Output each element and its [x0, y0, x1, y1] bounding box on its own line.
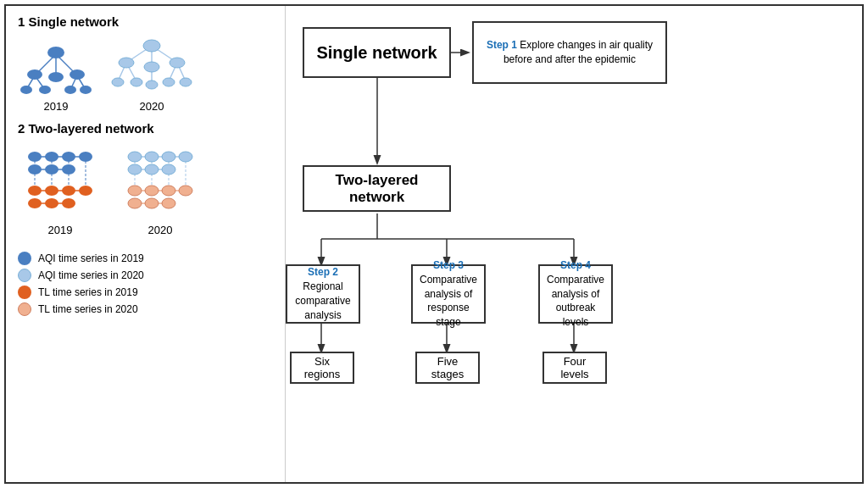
svg-point-80 — [162, 164, 175, 175]
year-2019-label: 2019 — [44, 100, 69, 113]
legend-color-4 — [18, 302, 31, 316]
step1-content: Step 1 Explore changes in air quality be… — [482, 38, 657, 67]
svg-point-23 — [143, 40, 160, 52]
svg-point-14 — [80, 86, 92, 94]
svg-point-85 — [128, 198, 142, 208]
step2-content: Step 2 Regional comparative analysis — [295, 265, 350, 322]
single-network-box: Single network — [303, 27, 451, 78]
svg-point-13 — [64, 86, 76, 94]
svg-point-47 — [45, 152, 58, 162]
svg-point-12 — [39, 86, 51, 94]
svg-point-86 — [145, 198, 159, 208]
single-network-2019-svg — [18, 37, 94, 97]
svg-point-84 — [179, 186, 192, 196]
svg-point-46 — [28, 152, 42, 162]
svg-point-78 — [128, 164, 142, 175]
legend-item-2: AQI time series in 2020 — [18, 269, 273, 282]
step3-label: Step 3 — [433, 259, 464, 271]
result2-label: Five stages — [426, 355, 470, 380]
two-layer-2019: 2019 — [18, 144, 103, 236]
legend-label-1: AQI time series in 2019 — [38, 252, 144, 264]
legend-label-3: TL time series in 2019 — [38, 286, 138, 298]
step4-box: Step 4 Comparative analysis of outbreak … — [538, 264, 613, 324]
svg-point-79 — [145, 164, 159, 175]
single-2020: 2020 — [109, 37, 194, 113]
legend-item-3: TL time series in 2019 — [18, 286, 273, 299]
svg-point-81 — [128, 186, 142, 196]
svg-point-75 — [145, 152, 159, 162]
two-layer-2020: 2020 — [118, 144, 203, 236]
svg-point-10 — [70, 69, 85, 80]
svg-point-51 — [45, 164, 58, 175]
svg-point-87 — [162, 198, 175, 208]
single-network-label: Single network — [316, 43, 437, 63]
two-layered-box: Two-layered network — [303, 165, 451, 212]
result1-box: Six regions — [290, 352, 354, 384]
legend-color-1 — [18, 252, 31, 265]
step2-text: Regional comparative analysis — [295, 280, 350, 321]
result3-label: Four levels — [553, 355, 597, 380]
svg-point-9 — [48, 72, 64, 82]
svg-point-27 — [112, 78, 124, 86]
step2-label: Step 2 — [308, 266, 338, 278]
svg-point-50 — [28, 164, 42, 175]
svg-point-77 — [179, 152, 192, 162]
section2-title: 2 Two-layered network — [18, 121, 273, 136]
svg-point-29 — [146, 80, 158, 89]
result1-label: Six regions — [300, 355, 344, 380]
legend-item-1: AQI time series in 2019 — [18, 252, 273, 265]
legend-label-4: TL time series in 2020 — [38, 303, 138, 315]
svg-point-54 — [45, 186, 58, 196]
legend: AQI time series in 2019 AQI time series … — [18, 252, 273, 316]
svg-point-57 — [28, 198, 42, 208]
svg-point-52 — [62, 164, 75, 175]
svg-point-76 — [162, 152, 175, 162]
svg-point-30 — [163, 78, 175, 86]
two-layer-2020-label: 2020 — [148, 224, 173, 236]
step4-content: Step 4 Comparative analysis of outbreak … — [547, 258, 604, 330]
legend-label-2: AQI time series in 2020 — [38, 269, 144, 281]
step3-content: Step 3 Comparative analysis of response … — [420, 258, 477, 330]
result3-box: Four levels — [542, 352, 607, 384]
svg-point-59 — [62, 198, 75, 208]
left-panel: 1 Single network — [6, 6, 286, 482]
right-panel: Single network Step 1 Explore changes in… — [286, 6, 862, 482]
two-layer-network-row: 2019 — [18, 144, 273, 236]
step2-box: Step 2 Regional comparative analysis — [286, 264, 360, 324]
single-network-row: 2019 — [18, 37, 273, 113]
step3-text: Comparative analysis of response stage — [420, 274, 477, 328]
step4-label: Step 4 — [560, 259, 591, 271]
svg-point-31 — [180, 78, 192, 86]
svg-point-74 — [128, 152, 142, 162]
step1-text: Explore changes in air quality before an… — [504, 39, 653, 65]
step1-box: Step 1 Explore changes in air quality be… — [472, 21, 667, 84]
svg-point-28 — [131, 78, 142, 86]
year-2020-label: 2020 — [140, 100, 164, 113]
svg-point-8 — [27, 69, 42, 80]
svg-point-49 — [79, 152, 92, 162]
step3-box: Step 3 Comparative analysis of response … — [411, 264, 486, 324]
svg-point-7 — [47, 47, 64, 58]
svg-point-24 — [119, 58, 134, 68]
svg-point-11 — [20, 86, 32, 94]
main-container: 1 Single network — [4, 4, 864, 484]
svg-point-26 — [170, 58, 185, 68]
svg-point-55 — [62, 186, 75, 196]
two-layered-label: Two-layered network — [313, 172, 441, 206]
legend-color-2 — [18, 269, 31, 282]
step1-label: Step 1 — [487, 39, 517, 51]
single-2019: 2019 — [18, 37, 94, 113]
legend-color-3 — [18, 286, 31, 299]
svg-point-58 — [45, 198, 58, 208]
svg-point-82 — [145, 186, 159, 196]
step4-text: Comparative analysis of outbreak levels — [547, 274, 604, 328]
two-layer-2019-svg — [18, 144, 103, 220]
svg-point-25 — [144, 62, 159, 72]
svg-point-83 — [162, 186, 175, 196]
svg-point-56 — [79, 186, 92, 196]
two-layer-2020-svg — [118, 144, 203, 220]
two-layer-2019-label: 2019 — [48, 224, 73, 236]
section1-title: 1 Single network — [18, 14, 273, 29]
svg-point-48 — [62, 152, 75, 162]
result2-box: Five stages — [415, 352, 480, 384]
